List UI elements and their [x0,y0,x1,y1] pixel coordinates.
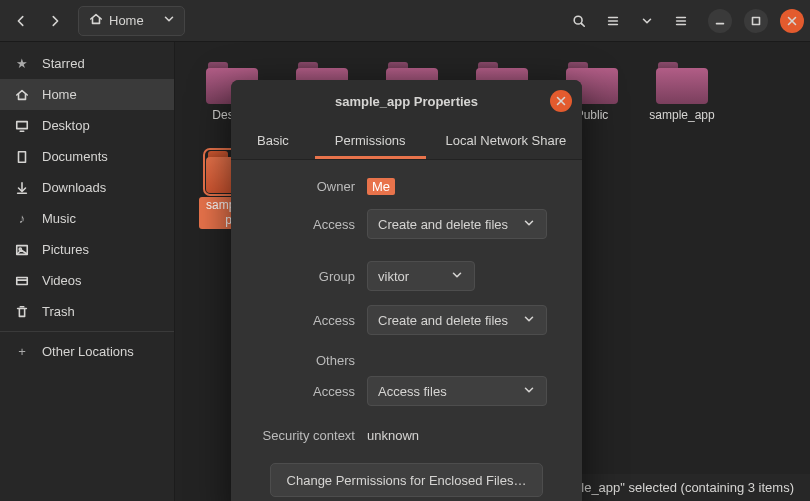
videos-icon [14,274,30,288]
owner-value: Me [367,178,395,195]
nav-forward-button[interactable] [40,6,70,36]
group-access-label: Access [253,313,355,328]
chevron-down-icon [522,216,536,233]
pictures-icon [14,243,30,257]
svg-rect-19 [17,277,28,284]
chevron-down-icon[interactable] [154,12,184,29]
maximize-button[interactable] [744,9,768,33]
sidebar-item-documents[interactable]: Documents [0,141,174,172]
group-combo[interactable]: viktor [367,261,475,291]
home-icon [14,88,30,102]
svg-rect-14 [19,151,26,162]
group-label: Group [253,269,355,284]
minimize-button[interactable] [708,9,732,33]
group-access-combo[interactable]: Create and delete files [367,305,547,335]
others-label: Others [253,353,355,368]
downloads-icon [14,181,30,195]
nav-back-button[interactable] [6,6,36,36]
sidebar-item-home[interactable]: Home [0,79,174,110]
sidebar-item-music[interactable]: ♪Music [0,203,174,234]
sidebar-item-downloads[interactable]: Downloads [0,172,174,203]
sidebar-item-other-locations[interactable]: +Other Locations [0,336,174,367]
tab-permissions[interactable]: Permissions [315,122,426,159]
folder-icon [656,62,708,104]
star-icon: ★ [14,56,30,71]
tab-network-share[interactable]: Local Network Share [426,122,582,159]
plus-icon: + [14,344,30,359]
owner-label: Owner [253,179,355,194]
sidebar-item-trash[interactable]: Trash [0,296,174,327]
titlebar: Home [0,0,810,42]
hamburger-menu-button[interactable] [666,6,696,36]
others-access-label: Access [253,384,355,399]
view-options-button[interactable] [632,6,662,36]
svg-rect-9 [753,17,760,24]
properties-dialog: sample_app Properties Basic Permissions … [231,80,582,501]
others-access-combo[interactable]: Access files [367,376,547,406]
sidebar-item-pictures[interactable]: Pictures [0,234,174,265]
trash-icon [14,305,30,319]
chevron-down-icon [450,268,464,285]
desktop-icon [14,119,30,133]
chevron-down-icon [522,312,536,329]
security-context-label: Security context [253,428,355,443]
owner-access-combo[interactable]: Create and delete files [367,209,547,239]
chevron-down-icon [522,383,536,400]
svg-point-0 [574,16,582,24]
dialog-title: sample_app Properties [335,94,478,109]
dialog-tabs: Basic Permissions Local Network Share [231,122,582,160]
tab-basic[interactable]: Basic [231,122,315,159]
sidebar-item-desktop[interactable]: Desktop [0,110,174,141]
sidebar-separator [0,331,174,332]
svg-rect-12 [17,121,28,128]
home-icon [89,12,103,29]
sidebar-item-videos[interactable]: Videos [0,265,174,296]
close-window-button[interactable] [780,9,804,33]
change-enclosed-button[interactable]: Change Permissions for Enclosed Files… [270,463,544,497]
sidebar: ★Starred Home Desktop Documents Download… [0,42,175,501]
dialog-header[interactable]: sample_app Properties [231,80,582,122]
path-home[interactable]: Home [79,7,154,35]
svg-line-1 [582,23,585,26]
owner-access-label: Access [253,217,355,232]
dialog-close-button[interactable] [550,90,572,112]
music-icon: ♪ [14,211,30,226]
view-list-button[interactable] [598,6,628,36]
search-button[interactable] [564,6,594,36]
folder-item[interactable]: sample_app [649,62,715,123]
sidebar-item-starred[interactable]: ★Starred [0,48,174,79]
security-context-value: unknown [367,428,419,443]
path-home-label: Home [109,13,144,28]
documents-icon [14,150,30,164]
path-bar[interactable]: Home [78,6,185,36]
